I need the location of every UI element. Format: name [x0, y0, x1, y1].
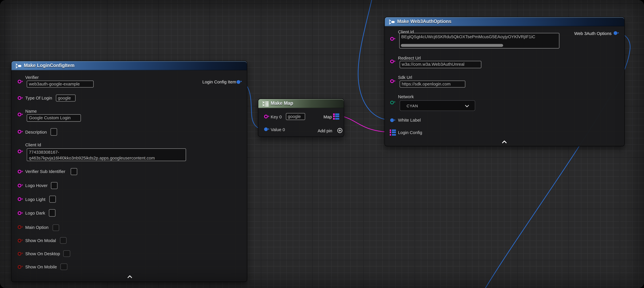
- client-id-scrollbar[interactable]: [401, 44, 503, 47]
- input-key-0[interactable]: google: [286, 113, 305, 120]
- wire-map-to-loginconfig: [342, 116, 386, 132]
- checkbox-show-on-desktop[interactable]: [63, 250, 70, 257]
- pin-main-option[interactable]: [18, 225, 21, 229]
- node-header-make-web3authoptions[interactable]: Make Web3AuthOptions: [385, 17, 624, 26]
- pin-show-on-mobile[interactable]: [18, 265, 21, 268]
- pin-client-id[interactable]: [18, 150, 21, 153]
- pin-logo-dark[interactable]: [18, 211, 21, 215]
- input-verifier-sub-identifier[interactable]: [71, 168, 77, 175]
- node-title: Make Map: [271, 101, 293, 106]
- pin-verifier-sub-identifier[interactable]: [18, 170, 21, 173]
- field-label-verifier: Verifier: [25, 75, 39, 80]
- pin-value-0[interactable]: [264, 127, 268, 131]
- pin-verifier[interactable]: [18, 80, 21, 83]
- pin-show-on-desktop[interactable]: [18, 252, 21, 255]
- input-client-id[interactable]: BEglQSgt4cUWcj6SKRdu5QkOXTsePmMcusG5EAoy…: [399, 33, 559, 49]
- input-description[interactable]: [50, 128, 57, 136]
- output-pin-label-login-config-item: Login Config Item: [202, 79, 236, 84]
- node-make-loginconfigitem: Make LoginConfigItem Login Config Item V…: [11, 61, 247, 282]
- field-label-verifier-sub-identifier: Verifier Sub Identifier: [25, 169, 65, 174]
- output-pin-login-config-item[interactable]: [236, 80, 240, 84]
- pin-redirect-url[interactable]: [390, 60, 394, 63]
- input-client-id[interactable]: 774338308167- q463s7kpvja16l4l0kko3nb925…: [27, 148, 186, 161]
- field-label-white-label: White Label: [398, 118, 421, 123]
- output-pin-web3auth-options[interactable]: [614, 31, 618, 35]
- field-label-type-of-login: Type Of Login: [25, 96, 52, 101]
- blueprint-graph-canvas[interactable]: Make LoginConfigItem Login Config Item V…: [0, 0, 644, 288]
- pin-client-id[interactable]: [390, 37, 394, 41]
- input-sdk-url[interactable]: https://sdk.openlogin.com: [400, 80, 465, 88]
- network-selected-value: CYAN: [407, 104, 418, 108]
- input-type-of-login[interactable]: google: [56, 95, 76, 102]
- node-make-map: Make Map Key 0 google Map Value 0 Add pi…: [258, 99, 344, 137]
- pin-network[interactable]: [390, 101, 394, 104]
- pin-name[interactable]: [18, 113, 21, 117]
- add-pin-label: Add pin: [318, 128, 332, 133]
- field-label-show-on-mobile: Show On Mobile: [25, 264, 57, 269]
- input-verifier[interactable]: web3auth-google-example: [27, 81, 94, 88]
- pin-sdk-url[interactable]: [390, 79, 394, 83]
- map-pin-icon[interactable]: [333, 113, 340, 120]
- node-make-web3authoptions: Make Web3AuthOptions Web 3Auth Options C…: [384, 17, 625, 146]
- input-redirect-url[interactable]: w3a://com.w3a.Web3AuthUnreal: [400, 61, 482, 68]
- pin-type-of-login[interactable]: [18, 96, 21, 100]
- field-label-client-id: Client Id: [25, 142, 41, 147]
- make-struct-icon: [15, 63, 22, 69]
- network-dropdown[interactable]: CYAN: [400, 100, 475, 111]
- input-logo-hover[interactable]: [51, 182, 57, 189]
- checkbox-show-on-modal[interactable]: [60, 237, 67, 244]
- pin-logo-light[interactable]: [18, 197, 21, 201]
- field-label-redirect-url: Redirect Url: [398, 56, 421, 61]
- output-pin-label-web3auth-options: Web 3Auth Options: [574, 31, 612, 36]
- node-title: Make Web3AuthOptions: [397, 19, 452, 24]
- checkbox-show-on-mobile[interactable]: [60, 263, 68, 270]
- pin-white-label[interactable]: [390, 118, 394, 122]
- collapse-chevron-icon[interactable]: [127, 275, 132, 278]
- field-label-description: Description: [25, 129, 47, 134]
- output-pin-label-map: Map: [324, 114, 332, 119]
- collapse-chevron-icon[interactable]: [502, 141, 507, 144]
- node-header-make-loginconfigitem[interactable]: Make LoginConfigItem: [12, 61, 247, 70]
- field-label-show-on-modal: Show On Modal: [25, 238, 56, 243]
- field-label-value-0: Value 0: [271, 127, 285, 132]
- pin-logo-hover[interactable]: [18, 183, 21, 187]
- field-label-main-option: Main Option: [25, 225, 48, 230]
- field-label-sdk-url: Sdk Url: [398, 75, 412, 80]
- field-label-show-on-desktop: Show On Desktop: [25, 251, 60, 256]
- input-logo-dark[interactable]: [49, 209, 56, 217]
- map-pin-icon-login-config[interactable]: [390, 130, 396, 136]
- field-label-logo-dark: Logo Dark: [25, 211, 45, 215]
- input-name[interactable]: Google Custom Login: [27, 114, 81, 122]
- pin-show-on-modal[interactable]: [18, 238, 21, 242]
- field-label-login-config: Login Config: [398, 130, 422, 135]
- field-label-logo-hover: Logo Hover: [25, 183, 48, 188]
- make-map-icon: [262, 101, 269, 107]
- checkbox-main-option[interactable]: [53, 225, 59, 231]
- pin-description[interactable]: [18, 130, 21, 134]
- blueprint-editor: Make LoginConfigItem Login Config Item V…: [0, 0, 644, 288]
- node-title: Make LoginConfigItem: [24, 63, 74, 68]
- field-label-key-0: Key 0: [271, 114, 282, 119]
- add-pin-icon[interactable]: [337, 128, 342, 133]
- field-label-network: Network: [398, 94, 414, 99]
- client-id-text: BEglQSgt4cUWcj6SKRdu5QkOXTsePmMcusG5EAoy…: [401, 34, 558, 39]
- chevron-down-icon: [465, 105, 469, 107]
- make-struct-icon: [388, 19, 395, 25]
- input-logo-light[interactable]: [50, 195, 56, 203]
- field-label-logo-light: Logo Light: [25, 197, 46, 202]
- field-label-name: Name: [25, 108, 37, 113]
- pin-key-0[interactable]: [264, 115, 268, 118]
- node-header-make-map[interactable]: Make Map: [258, 99, 344, 108]
